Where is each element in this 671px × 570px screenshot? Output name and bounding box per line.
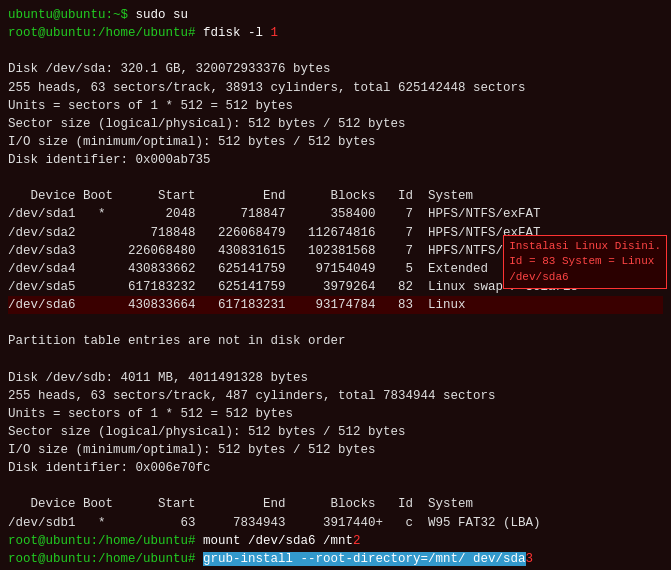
sdb-heads: 255 heads, 63 sectors/track, 487 cylinde… [8, 387, 663, 405]
space-before-grub [196, 552, 204, 566]
sdb-sector-size: Sector size (logical/physical): 512 byte… [8, 423, 663, 441]
line-grub-install: root@ubuntu:/home/ubuntu# grub-install -… [8, 550, 663, 568]
line-sudo-su: ubuntu@ubuntu:~$ sudo su [8, 6, 663, 24]
cmd-text: sudo su [128, 8, 188, 22]
sda-units: Units = sectors of 1 * 512 = 512 bytes [8, 97, 663, 115]
sdb-identifier: Disk identifier: 0x006e70fc [8, 459, 663, 477]
blank-line-3 [8, 314, 663, 332]
partition-order-note: Partition table entries are not in disk … [8, 332, 663, 350]
partition-header-sda: Device Boot Start End Blocks Id System [8, 187, 663, 205]
sda-io-size: I/O size (minimum/optimal): 512 bytes / … [8, 133, 663, 151]
prompt-user: ubuntu@ubuntu:~$ [8, 8, 128, 22]
root-prompt-2: root@ubuntu:/home/ubuntu# [8, 534, 196, 548]
annotation-line3: /dev/sda6 [509, 271, 568, 283]
blank-line-5 [8, 477, 663, 495]
blank-line-2 [8, 169, 663, 187]
blank-line-4 [8, 350, 663, 368]
disk-sdb-size: Disk /dev/sdb: 4011 MB, 4011491328 bytes [8, 369, 663, 387]
line-mount: root@ubuntu:/home/ubuntu# mount /dev/sda… [8, 532, 663, 550]
sdb-io-size: I/O size (minimum/optimal): 512 bytes / … [8, 441, 663, 459]
sda1-row: /dev/sda1 * 2048 718847 358400 7 HPFS/NT… [8, 205, 663, 223]
root-prompt: root@ubuntu:/home/ubuntu# [8, 26, 196, 40]
partition-header-sdb: Device Boot Start End Blocks Id System [8, 495, 663, 513]
sda6-row: /dev/sda6 430833664 617183231 93174784 8… [8, 296, 663, 314]
sdb-units: Units = sectors of 1 * 512 = 512 bytes [8, 405, 663, 423]
sda-heads: 255 heads, 63 sectors/track, 38913 cylin… [8, 79, 663, 97]
disk-sda-size: Disk /dev/sda: 320.1 GB, 320072933376 by… [8, 60, 663, 78]
cmd-number-1: 1 [271, 26, 279, 40]
annotation-line2: Id = 83 System = Linux [509, 255, 654, 267]
cmd-number-3: 3 [526, 552, 534, 566]
terminal-window: ubuntu@ubuntu:~$ sudo su root@ubuntu:/ho… [0, 0, 671, 570]
line-fdisk: root@ubuntu:/home/ubuntu# fdisk -l 1 [8, 24, 663, 42]
blank-line-1 [8, 42, 663, 60]
annotation-line1: Instalasi Linux Disini. [509, 240, 661, 252]
fdisk-cmd: fdisk -l [196, 26, 271, 40]
sda-sector-size: Sector size (logical/physical): 512 byte… [8, 115, 663, 133]
annotation-box: Instalasi Linux Disini. Id = 83 System =… [503, 235, 667, 289]
root-prompt-3: root@ubuntu:/home/ubuntu# [8, 552, 196, 566]
grub-install-cmd-highlighted: grub-install --root-directory=/mnt/ dev/… [203, 552, 526, 566]
mount-cmd: mount /dev/sda6 /mnt [196, 534, 354, 548]
cmd-number-2: 2 [353, 534, 361, 548]
sdb1-row: /dev/sdb1 * 63 7834943 3917440+ c W95 FA… [8, 514, 663, 532]
sda-identifier: Disk identifier: 0x000ab735 [8, 151, 663, 169]
